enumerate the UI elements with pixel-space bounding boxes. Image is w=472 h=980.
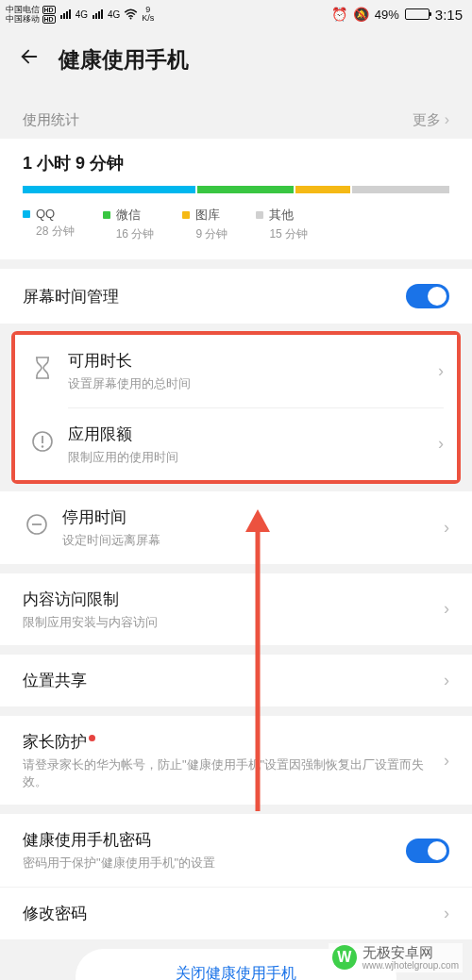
app-limits-title: 应用限额 xyxy=(68,424,429,445)
change-password-title: 修改密码 xyxy=(23,903,434,924)
available-time-title: 可用时长 xyxy=(68,350,429,372)
battery-pct: 49% xyxy=(375,8,399,22)
usage-bar xyxy=(23,186,449,193)
screen-time-mgmt-title: 屏幕时间管理 xyxy=(23,286,406,307)
legend-label: QQ xyxy=(36,207,55,221)
downtime-row[interactable]: 停用时间 设定时间远离屏幕 › xyxy=(0,491,472,564)
downtime-sub: 设定时间远离屏幕 xyxy=(62,532,434,549)
alarm-icon: ⏰ xyxy=(331,7,347,22)
svg-point-0 xyxy=(130,17,132,19)
legend-time: 28 分钟 xyxy=(36,224,75,240)
available-time-row[interactable]: 可用时长 设置屏幕使用的总时间 › xyxy=(15,335,457,407)
chevron-right-icon: › xyxy=(434,671,449,690)
legend-dot-icon xyxy=(103,211,110,219)
signal-icon xyxy=(60,9,71,19)
legend-time: 16 分钟 xyxy=(116,226,155,242)
legend-dot-icon xyxy=(182,211,190,219)
stats-more-button[interactable]: 更多› xyxy=(413,111,449,129)
legend-label: 图库 xyxy=(195,207,220,224)
content-limit-sub: 限制应用安装与内容访问 xyxy=(23,614,434,631)
legend-item: 微信16 分钟 xyxy=(103,207,155,242)
legend-item: QQ28 分钟 xyxy=(23,207,75,242)
stats-total: 1 小时 9 分钟 xyxy=(23,152,449,174)
back-button[interactable] xyxy=(19,46,40,73)
password-title: 健康使用手机密码 xyxy=(23,829,406,851)
change-password-row[interactable]: 修改密码 › xyxy=(0,888,472,939)
stats-card[interactable]: 1 小时 9 分钟 QQ28 分钟微信16 分钟图库9 分钟其他15 分钟 xyxy=(0,139,472,259)
legend-item: 图库9 分钟 xyxy=(182,207,228,242)
net-label: 4G xyxy=(108,9,120,20)
watermark-logo-icon: W xyxy=(332,945,357,970)
content-limit-row[interactable]: 内容访问限制 限制应用安装与内容访问 › xyxy=(0,573,472,646)
location-share-row[interactable]: 位置共享 › xyxy=(0,655,472,706)
usage-legend: QQ28 分钟微信16 分钟图库9 分钟其他15 分钟 xyxy=(23,207,449,242)
chevron-right-icon: › xyxy=(434,904,449,923)
legend-time: 9 分钟 xyxy=(195,226,228,242)
usage-bar-segment xyxy=(295,186,350,193)
chevron-right-icon: › xyxy=(429,361,444,381)
chevron-right-icon: › xyxy=(429,434,444,454)
hourglass-icon xyxy=(28,356,57,386)
mute-icon: 🔕 xyxy=(353,7,369,22)
location-share-title: 位置共享 xyxy=(23,670,434,691)
screen-time-mgmt-row: 屏幕时间管理 xyxy=(0,269,472,324)
legend-item: 其他15 分钟 xyxy=(256,207,308,242)
usage-bar-segment xyxy=(352,186,449,193)
net-speed: 9K/s xyxy=(142,6,154,23)
battery-icon xyxy=(405,8,430,20)
carrier-block: 中国电信 HD 中国移动 HD xyxy=(6,5,56,24)
minus-circle-icon xyxy=(23,513,51,541)
watermark: W 无极安卓网 www.wjhotelgroup.com xyxy=(329,943,463,973)
password-sub: 密码用于保护"健康使用手机"的设置 xyxy=(23,855,406,872)
page-header: 健康使用手机 xyxy=(0,28,472,91)
parent-protect-row[interactable]: 家长防护 请登录家长的华为帐号，防止"健康使用手机"设置因强制恢复出厂设置而失效… xyxy=(0,716,472,805)
usage-bar-segment xyxy=(23,186,195,193)
status-right: ⏰ 🔕 49% 3:15 xyxy=(331,7,463,23)
content-limit-title: 内容访问限制 xyxy=(23,589,434,610)
parent-protect-sub: 请登录家长的华为帐号，防止"健康使用手机"设置因强制恢复出厂设置而失效。 xyxy=(23,756,434,789)
status-left: 中国电信 HD 中国移动 HD 4G 4G 9K/s xyxy=(6,5,154,24)
legend-label: 微信 xyxy=(116,207,141,224)
svg-point-3 xyxy=(42,445,43,447)
net-label: 4G xyxy=(76,9,88,20)
stats-label: 使用统计 xyxy=(23,111,79,129)
stats-header: 使用统计 更多› xyxy=(0,111,472,139)
password-row: 健康使用手机密码 密码用于保护"健康使用手机"的设置 xyxy=(0,814,472,887)
notification-dot-icon xyxy=(89,735,95,741)
legend-label: 其他 xyxy=(269,207,294,224)
downtime-title: 停用时间 xyxy=(62,507,434,528)
status-bar: 中国电信 HD 中国移动 HD 4G 4G 9K/s ⏰ 🔕 49% 3:15 xyxy=(0,0,472,28)
app-limits-row[interactable]: 应用限额 限制应用的使用时间 › xyxy=(15,408,457,481)
parent-protect-title: 家长防护 xyxy=(23,731,434,753)
chevron-right-icon: › xyxy=(434,751,449,771)
password-toggle[interactable] xyxy=(406,839,449,863)
legend-dot-icon xyxy=(256,211,263,219)
app-limits-sub: 限制应用的使用时间 xyxy=(68,449,429,466)
highlighted-frame: 可用时长 设置屏幕使用的总时间 › 应用限额 限制应用的使用时间 › xyxy=(11,331,461,484)
warning-icon xyxy=(28,430,57,458)
usage-bar-segment xyxy=(197,186,295,193)
legend-time: 15 分钟 xyxy=(269,226,308,242)
legend-dot-icon xyxy=(23,210,30,218)
chevron-right-icon: › xyxy=(434,518,449,538)
chevron-right-icon: › xyxy=(434,599,449,619)
available-time-sub: 设置屏幕使用的总时间 xyxy=(68,375,429,392)
screen-time-mgmt-toggle[interactable] xyxy=(406,284,449,308)
page-title: 健康使用手机 xyxy=(59,45,189,75)
wifi-icon xyxy=(124,8,138,20)
clock: 3:15 xyxy=(435,7,463,23)
signal-icon xyxy=(93,9,103,19)
